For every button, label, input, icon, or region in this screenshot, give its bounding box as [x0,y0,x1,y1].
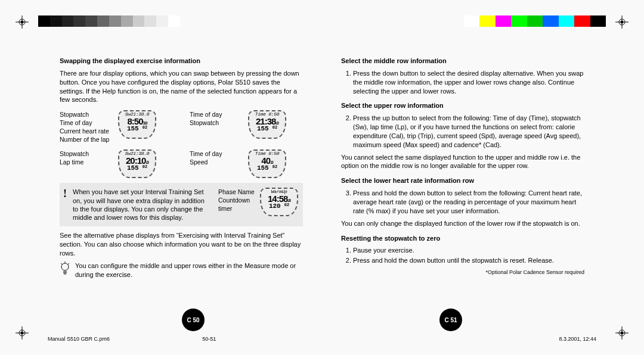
footer-date: 8.3.2001, 12:44 [559,336,596,342]
right-column: Select the middle row information Press … [341,57,584,322]
right-heading-3: Select the lower heart rate information … [341,177,474,184]
page-number-right: C 51 [439,309,462,331]
registration-mark-tr [615,15,628,29]
cadence-footnote: *Optional Polar Cadence Sensor required [341,269,584,276]
tip-text: You can configure the middle and upper r… [75,261,303,279]
process-colorbar [464,15,606,27]
footer-file: Manual S510 GBR C.pm6 [48,336,110,342]
sec2-item-2: Press the up button to select from the f… [353,114,584,149]
left-column: Swapping the displayed exercise informat… [60,57,303,322]
sec2-after: You cannot select the same displayed fun… [341,153,584,171]
page-body: Swapping the displayed exercise informat… [60,57,584,322]
watch-display-interval: WarmUp 14:58.8 12002 [260,188,298,216]
display-row-2: Stopwatch Lap time Sw21:38.0 20:10.0 155… [60,150,303,178]
svg-point-16 [61,263,69,270]
grayscale-colorbar [38,15,180,27]
watch-display-1a: Sw21:38.0 8:5010 15502 [118,110,156,139]
footer-bar: Manual S510 GBR C.pm6 50-51 8.3.2001, 12… [48,336,596,342]
display2b-labels: Time of day Speed [190,150,244,166]
display2a-labels: Stopwatch Lap time [60,150,114,166]
interval-note-box: ! When you have set your Interval Traini… [60,183,303,226]
watch-display-1b: Time 8:50 21:38.0 15502 [248,110,286,139]
registration-mark-tl [16,15,29,29]
watch-display-2b: Time 8:50 40.0 15502 [248,150,286,178]
display1b-labels: Time of day Stopwatch [190,110,244,127]
sec3-item-3: Press and hold the down button to select… [353,189,584,216]
display-row-1: Stopwatch Time of day Current heart rate… [60,110,303,144]
exclamation-icon: ! [63,186,67,201]
lightbulb-icon [60,261,70,278]
left-para-2: See the alternative phase displays from … [60,231,303,258]
watch-display-2a: Sw21:38.0 20:10.0 15502 [118,150,156,178]
right-heading-1: Select the middle row information [341,57,447,64]
sec4-item-2: Press and hold the down button until the… [353,256,584,265]
svg-line-21 [61,263,62,264]
page-number-bar: C 50 C 51 [0,309,644,331]
left-heading-1: Swapping the displayed exercise informat… [60,57,200,64]
right-heading-2: Select the upper row information [341,102,444,109]
sec3-after: You can only change the displayed functi… [341,219,584,228]
svg-line-22 [68,263,69,264]
page-number-left: C 50 [182,309,205,331]
footer-pages: 50-51 [202,336,216,342]
tip-row: You can configure the middle and upper r… [60,261,303,279]
sec4-item-1: Pause your exercise. [353,246,584,255]
sec1-item-1: Press the down button to select the desi… [353,69,584,96]
display1a-labels: Stopwatch Time of day Current heart rate… [60,110,114,144]
note-labels: Phase Name Countdown timer [218,188,256,213]
right-heading-4: Resetting the stopwatch to zero [341,235,440,242]
left-para-1: There are four display options, which yo… [60,69,303,104]
